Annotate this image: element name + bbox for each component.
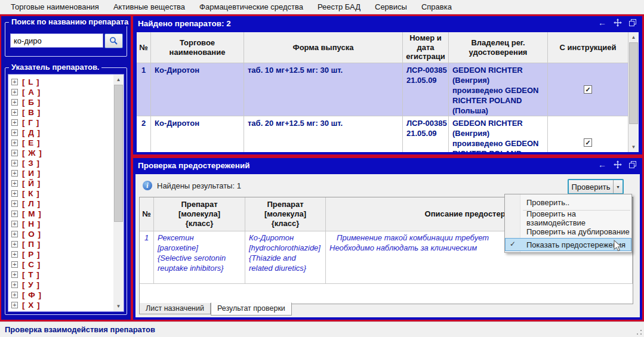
expand-plus-icon[interactable]: + (11, 79, 18, 85)
tree-item[interactable]: +[ К ] (8, 188, 113, 199)
tab-prescription-list[interactable]: Лист назначений (139, 303, 211, 314)
menu-item-check[interactable]: Проверить.. (505, 196, 631, 209)
menu-services[interactable]: Сервисы (368, 1, 414, 13)
tree-item-label: [ Д ] (22, 128, 41, 137)
tree-item[interactable]: +[ Т ] (8, 270, 113, 280)
tree-item[interactable]: +[ П ] (8, 239, 113, 249)
tree-item-label: [ И ] (22, 169, 41, 178)
expand-plus-icon[interactable]: + (11, 150, 18, 156)
tree-item[interactable]: +[ И ] (8, 168, 113, 178)
warnings-panel-title: Проверка предостережений (133, 161, 250, 170)
expand-plus-icon[interactable]: + (11, 282, 18, 288)
menu-trade-names[interactable]: Торговые наименования (4, 1, 106, 13)
expand-plus-icon[interactable]: + (11, 170, 18, 177)
expand-plus-icon[interactable]: + (11, 221, 18, 227)
tree-item[interactable]: +[ L ] (8, 77, 113, 87)
table-row[interactable]: 1 Ко-Диротон таб. 10 мг+12.5 мг: 30 шт. … (137, 63, 628, 116)
move-icon[interactable] (614, 18, 622, 27)
col-header-num[interactable]: № (140, 197, 154, 231)
menu-active-substances[interactable]: Активные вещества (106, 1, 192, 13)
expand-plus-icon[interactable]: + (11, 261, 18, 268)
scroll-down-icon[interactable]: ▼ (628, 142, 639, 152)
cell-num: 2 (137, 116, 151, 152)
tree-item[interactable]: +[ Е ] (8, 138, 113, 148)
expand-plus-icon[interactable]: + (11, 292, 18, 298)
col-header-owner[interactable]: Владелец рег. удостоверения (449, 32, 548, 63)
expand-plus-icon[interactable]: + (11, 251, 18, 258)
scroll-down-icon[interactable]: ▼ (113, 301, 124, 311)
tree-item[interactable]: +[ З ] (8, 158, 113, 168)
check-split-button[interactable]: Проверить ▼ (568, 179, 624, 194)
scroll-up-icon[interactable]: ▲ (113, 75, 124, 85)
instruction-checkbox[interactable]: ✓ (584, 85, 592, 94)
restore-window-icon[interactable] (629, 19, 636, 26)
expand-plus-icon[interactable]: + (11, 89, 18, 95)
restore-window-icon[interactable] (629, 161, 636, 168)
tree-item[interactable]: +[ Д ] (8, 128, 113, 138)
col-header-trade-name[interactable]: Торговое наименование (151, 32, 244, 63)
tree-item[interactable]: +[ А ] (8, 87, 113, 97)
tree-item[interactable]: +[ Х ] (8, 300, 113, 310)
expand-plus-icon[interactable]: + (11, 160, 18, 166)
col-header-drug1[interactable]: Препарат [молекула] {класс} (154, 197, 245, 231)
col-header-drug2[interactable]: Препарат [молекула] {класс} (245, 197, 326, 231)
warnings-panel-titlebar: Проверка предостережений ← (133, 158, 642, 172)
tree-item[interactable]: +[ Ц ] (8, 310, 113, 311)
move-icon[interactable] (614, 160, 622, 169)
scrollbar-thumb[interactable] (114, 85, 123, 222)
tree-item[interactable]: +[ Н ] (8, 219, 113, 229)
search-button[interactable] (104, 33, 123, 48)
expand-plus-icon[interactable]: + (11, 200, 18, 207)
tree-item-label: [ Т ] (22, 270, 40, 279)
resize-grip[interactable] (636, 329, 642, 335)
col-header-instruction[interactable]: С инструкцией (548, 32, 628, 63)
tree-item[interactable]: +[ С ] (8, 259, 113, 270)
scroll-up-icon[interactable]: ▲ (628, 32, 639, 42)
col-header-num[interactable]: № (137, 32, 151, 63)
expand-plus-icon[interactable]: + (11, 129, 18, 136)
tree-item[interactable]: +[ У ] (8, 280, 113, 290)
tree-scrollbar[interactable]: ▲ ▼ (113, 75, 124, 311)
check-button-dropdown[interactable]: ▼ (613, 180, 623, 193)
expand-plus-icon[interactable]: + (11, 231, 18, 237)
found-table-scrollbar[interactable]: ▲ ▼ (628, 32, 639, 152)
tree-item[interactable]: +[ Р ] (8, 249, 113, 259)
expand-plus-icon[interactable]: + (11, 99, 18, 106)
menu-help[interactable]: Справка (414, 1, 459, 13)
expand-plus-icon[interactable]: + (11, 241, 18, 248)
expand-plus-icon[interactable]: + (11, 119, 18, 126)
back-arrow-icon[interactable]: ← (598, 160, 606, 169)
tree-item[interactable]: +[ В ] (8, 107, 113, 118)
col-header-reg[interactable]: Номер и дата егистраци (403, 32, 449, 63)
expand-plus-icon[interactable]: + (11, 271, 18, 278)
menu-item-label: Показать предостережения (526, 240, 625, 249)
tree-item[interactable]: +[ Г ] (8, 118, 113, 128)
table-row[interactable]: 2 Ко-Диротон таб. 20 мг+12.5 мг: 30 шт. … (137, 116, 628, 152)
expand-plus-icon[interactable]: + (11, 302, 18, 308)
search-input[interactable] (10, 33, 103, 48)
col-header-form[interactable]: Форма выпуска (244, 32, 403, 63)
menu-item-label: Проверить.. (526, 198, 569, 207)
menu-item-show-warnings[interactable]: ✓ Показать предостережения (505, 238, 631, 251)
menu-item-check-interaction[interactable]: Проверить на взаимодействие (505, 212, 631, 225)
expand-plus-icon[interactable]: + (11, 109, 18, 116)
tree-item[interactable]: +[ Л ] (8, 199, 113, 209)
expand-plus-icon[interactable]: + (11, 180, 18, 187)
tree-item[interactable]: +[ Ж ] (8, 148, 113, 158)
expand-plus-icon[interactable]: + (11, 211, 18, 217)
expand-plus-icon[interactable]: + (11, 190, 18, 197)
scrollbar-thumb[interactable] (629, 42, 638, 124)
menu-bad-registry[interactable]: Реестр БАД (310, 1, 368, 13)
menu-pharma-means[interactable]: Фармацевтические средства (192, 1, 310, 13)
tree-item[interactable]: +[ Ф ] (8, 290, 113, 300)
back-arrow-icon[interactable]: ← (598, 18, 606, 27)
tree-item[interactable]: +[ М ] (8, 209, 113, 219)
tree-item[interactable]: +[ О ] (8, 229, 113, 239)
expand-plus-icon[interactable]: + (11, 140, 18, 146)
tree-item[interactable]: +[ Б ] (8, 97, 113, 107)
main-area: Поиск по названию препарата Указатель пр… (0, 14, 644, 321)
menu-item-check-duplication[interactable]: Проверить на дублирование (505, 225, 631, 238)
tree-item[interactable]: +[ Й ] (8, 178, 113, 188)
instruction-checkbox[interactable]: ✓ (584, 138, 592, 147)
tab-check-result[interactable]: Результат проверки (211, 302, 292, 316)
